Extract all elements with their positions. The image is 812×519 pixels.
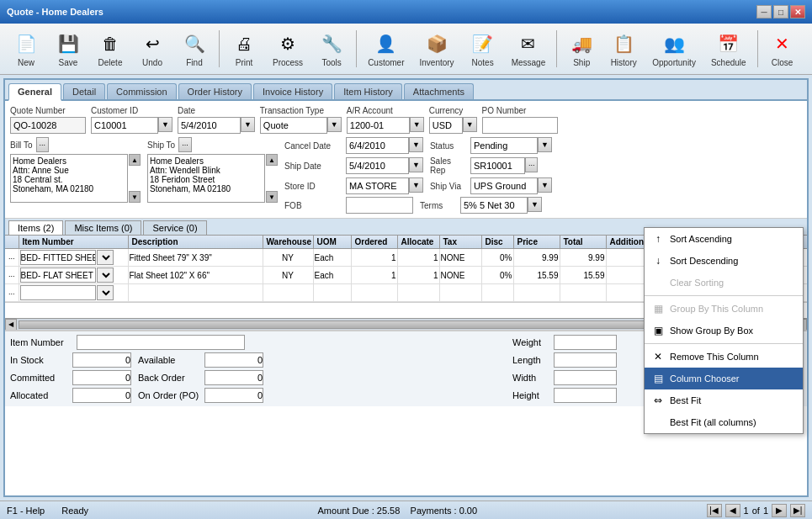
schedule-button[interactable]: 📅 Schedule: [705, 27, 752, 71]
bill-to-address[interactable]: Home Dealers Attn: Anne Sue 18 Central s…: [10, 154, 128, 203]
tab-commission[interactable]: Commission: [107, 83, 177, 99]
close-button[interactable]: ✕ Close: [763, 27, 802, 71]
process-button[interactable]: ⚙ Process: [267, 27, 309, 71]
item-number-dropdown-1[interactable]: ▼: [97, 250, 114, 265]
length-input[interactable]: [554, 352, 617, 368]
ar-account-dropdown[interactable]: ▼: [410, 117, 424, 132]
nav-prev-button[interactable]: ◀: [725, 504, 740, 517]
col-header-description[interactable]: Description: [128, 236, 263, 249]
menu-remove-column[interactable]: ✕ Remove This Column: [645, 346, 803, 368]
transaction-type-input[interactable]: [260, 117, 327, 134]
item-number-bottom-input[interactable]: [77, 335, 245, 350]
menu-sort-ascending[interactable]: ↑ Sort Ascending: [645, 228, 803, 250]
scroll-left-btn[interactable]: ◀: [5, 319, 17, 331]
item-number-input-3[interactable]: [20, 285, 96, 300]
undo-button[interactable]: ↩ Undo: [133, 27, 172, 71]
po-number-input[interactable]: [482, 117, 558, 134]
customer-button[interactable]: 👤 Customer: [362, 27, 410, 71]
width-input[interactable]: [554, 370, 617, 385]
status-input[interactable]: [470, 137, 538, 154]
tab-invoice-history[interactable]: Invoice History: [253, 83, 332, 99]
terms-input[interactable]: [460, 197, 528, 214]
cancel-date-dropdown[interactable]: ▼: [409, 137, 423, 152]
save-button[interactable]: 💾 Save: [49, 27, 88, 71]
customer-id-lookup-button[interactable]: ▼: [158, 117, 172, 132]
find-button[interactable]: 🔍 Find: [175, 27, 214, 71]
back-order-input[interactable]: [204, 370, 263, 385]
grid-tab-items[interactable]: Items (2): [8, 220, 63, 235]
ship-date-dropdown[interactable]: ▼: [409, 157, 423, 172]
currency-dropdown[interactable]: ▼: [463, 117, 477, 132]
tab-detail[interactable]: Detail: [63, 83, 105, 99]
weight-input[interactable]: [554, 335, 617, 350]
ship-to-scroll-up[interactable]: ▲: [266, 154, 278, 166]
sales-rep-lookup[interactable]: ···: [525, 157, 539, 172]
store-id-dropdown[interactable]: ▼: [409, 177, 423, 193]
ship-date-input[interactable]: [346, 157, 409, 174]
ship-via-dropdown[interactable]: ▼: [538, 177, 552, 193]
in-stock-input[interactable]: [72, 352, 131, 368]
ar-account-input[interactable]: [347, 117, 410, 134]
item-number-input-1[interactable]: [20, 250, 96, 265]
fob-input[interactable]: [346, 197, 413, 214]
history-button[interactable]: 📋 History: [604, 27, 643, 71]
col-header-total[interactable]: Total: [560, 236, 606, 249]
currency-input[interactable]: [429, 117, 463, 134]
bill-to-scroll-down[interactable]: ▼: [129, 191, 141, 203]
inventory-button[interactable]: 📦 Inventory: [413, 27, 459, 71]
close-window-button[interactable]: ✕: [790, 5, 805, 19]
grid-tab-service[interactable]: Service (0): [143, 220, 206, 235]
col-header-item-number[interactable]: Item Number: [19, 236, 128, 249]
tab-order-history[interactable]: Order History: [178, 83, 252, 99]
grid-tab-misc[interactable]: Misc Items (0): [65, 220, 141, 235]
terms-dropdown[interactable]: ▼: [528, 197, 542, 212]
message-button[interactable]: ✉ Message: [506, 27, 552, 71]
committed-input[interactable]: [72, 370, 131, 385]
maximize-button[interactable]: □: [773, 5, 788, 19]
print-button[interactable]: 🖨 Print: [225, 27, 263, 71]
new-button[interactable]: 📄 New: [7, 27, 45, 71]
col-header-price[interactable]: Price: [513, 236, 560, 249]
transaction-type-dropdown[interactable]: ▼: [327, 117, 342, 132]
allocated-input[interactable]: [72, 388, 131, 403]
col-header-disc[interactable]: Disc: [481, 236, 513, 249]
date-input[interactable]: [178, 117, 241, 134]
tools-button[interactable]: 🔧 Tools: [312, 27, 351, 71]
available-input[interactable]: [204, 352, 263, 368]
item-number-dropdown-2[interactable]: ▼: [97, 267, 114, 283]
opportunity-button[interactable]: 👥 Opportunity: [646, 27, 702, 71]
item-number-input-2[interactable]: [20, 267, 96, 283]
nav-first-button[interactable]: |◀: [707, 504, 722, 517]
minimize-button[interactable]: ─: [756, 5, 772, 19]
sales-rep-input[interactable]: [470, 157, 525, 174]
col-header-uom[interactable]: UOM: [313, 236, 351, 249]
tab-attachments[interactable]: Attachments: [404, 83, 474, 99]
ship-to-scroll-down[interactable]: ▼: [266, 191, 278, 203]
menu-show-group-box[interactable]: ▣ Show Group By Box: [645, 320, 803, 342]
customer-id-input[interactable]: [91, 117, 158, 134]
notes-button[interactable]: 📝 Notes: [464, 27, 502, 71]
item-number-dropdown-3[interactable]: ▼: [97, 285, 114, 300]
col-header-ordered[interactable]: Ordered: [351, 236, 397, 249]
cancel-date-input[interactable]: [346, 137, 409, 154]
nav-next-button[interactable]: ▶: [772, 504, 787, 517]
bill-to-scroll-up[interactable]: ▲: [129, 154, 141, 166]
tab-item-history[interactable]: Item History: [334, 83, 402, 99]
date-dropdown-button[interactable]: ▼: [241, 117, 255, 132]
quote-number-input[interactable]: [10, 117, 86, 134]
status-dropdown[interactable]: ▼: [538, 137, 552, 152]
col-header-tax[interactable]: Tax: [439, 236, 481, 249]
menu-sort-descending[interactable]: ↓ Sort Descending: [645, 250, 803, 272]
height-input[interactable]: [554, 388, 617, 403]
ship-via-input[interactable]: [470, 177, 538, 194]
menu-column-chooser[interactable]: ▤ Column Chooser: [645, 368, 803, 389]
store-id-input[interactable]: [346, 177, 409, 194]
ship-button[interactable]: 🚚 Ship: [562, 27, 601, 71]
bill-to-dots-button[interactable]: ···: [36, 137, 50, 152]
ship-to-address[interactable]: Home Dealers Attn: Wendell Blink 18 Feri…: [147, 154, 265, 203]
ship-to-dots-button[interactable]: ···: [178, 137, 192, 152]
col-header-warehouse[interactable]: Warehouse: [263, 236, 313, 249]
col-header-allocate[interactable]: Allocate: [397, 236, 439, 249]
tab-general[interactable]: General: [8, 83, 61, 101]
menu-best-fit[interactable]: ⇔ Best Fit: [645, 389, 803, 411]
